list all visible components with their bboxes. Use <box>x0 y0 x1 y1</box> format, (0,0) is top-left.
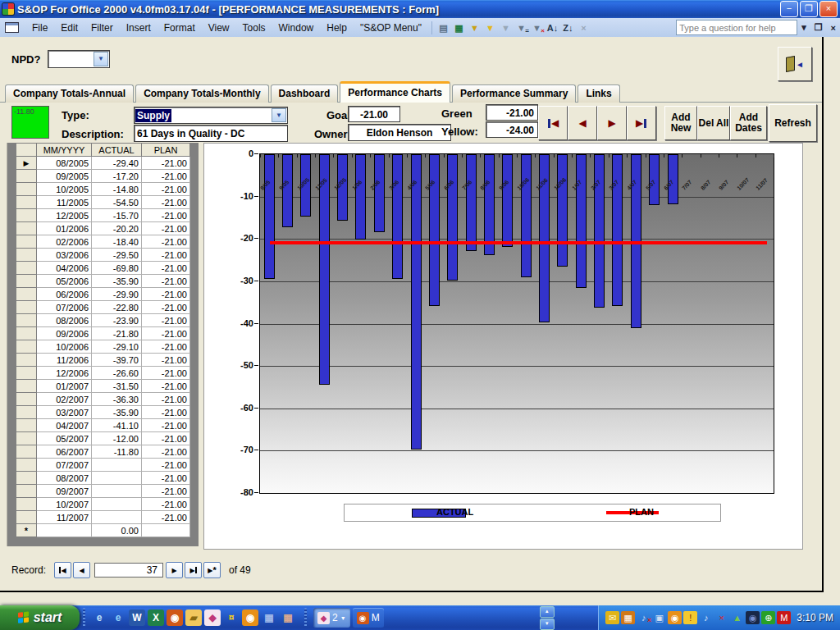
restore-button[interactable]: ❐ <box>800 1 818 17</box>
cell-date[interactable] <box>37 524 92 537</box>
row-selector[interactable] <box>16 183 37 196</box>
cell-actual[interactable]: -69.80 <box>92 262 142 275</box>
first-record-nav-button[interactable]: ◀ <box>538 106 568 140</box>
table-row[interactable]: 09/2005-17.20-21.00 <box>16 170 190 183</box>
cell-date[interactable]: 09/2006 <box>37 327 92 340</box>
tab-links[interactable]: Links <box>578 84 619 103</box>
cell-actual[interactable]: -29.90 <box>92 288 142 301</box>
table-row[interactable]: 11/2006-39.70-21.00 <box>16 354 190 367</box>
cell-plan[interactable]: -21.00 <box>142 249 190 262</box>
volume-muted-icon[interactable]: ♪× <box>637 611 651 624</box>
cell-plan[interactable]: -21.00 <box>142 472 190 485</box>
cell-plan[interactable]: -21.00 <box>142 432 190 445</box>
cell-date[interactable]: 06/2006 <box>37 288 92 301</box>
row-selector[interactable] <box>16 498 37 511</box>
cell-actual[interactable]: -39.70 <box>92 354 142 367</box>
refresh-button[interactable]: Refresh <box>769 104 817 142</box>
chevron-down-icon[interactable]: ▼ <box>94 52 108 66</box>
cell-actual[interactable]: -20.20 <box>92 222 142 235</box>
table-row[interactable]: 06/2006-29.90-21.00 <box>16 288 190 301</box>
cell-date[interactable]: 07/2006 <box>37 301 92 314</box>
menu-file[interactable]: File <box>25 20 54 36</box>
tab-company-totals-annual[interactable]: Company Totals-Annual <box>5 84 134 103</box>
cell-date[interactable]: 08/2007 <box>37 472 92 485</box>
cell-plan[interactable]: -21.00 <box>142 301 190 314</box>
table-row[interactable]: 10/2005-14.80-21.00 <box>16 183 190 196</box>
access-group-button[interactable]: ◆2▼ <box>313 608 350 628</box>
cell-date[interactable]: 03/2007 <box>37 406 92 419</box>
cell-actual[interactable]: -29.40 <box>92 157 142 170</box>
menu-window[interactable]: Window <box>272 20 321 36</box>
row-selector[interactable] <box>16 170 37 183</box>
cell-date[interactable]: 10/2006 <box>37 340 92 354</box>
row-selector[interactable] <box>16 288 37 301</box>
row-selector[interactable] <box>16 472 37 485</box>
cell-date[interactable]: 01/2006 <box>37 222 92 235</box>
cell-plan[interactable]: -21.00 <box>142 445 190 459</box>
cell-date[interactable]: 11/2007 <box>37 511 92 524</box>
excel-icon[interactable]: X <box>148 609 164 626</box>
next-record-button[interactable]: ▶ <box>166 562 183 578</box>
cell-plan[interactable]: -21.00 <box>142 485 190 498</box>
row-selector[interactable]: ▶ <box>16 157 37 170</box>
cell-date[interactable]: 05/2006 <box>37 275 92 288</box>
cell-actual[interactable]: -11.80 <box>92 445 142 459</box>
monitor-icon[interactable]: ◉ <box>746 611 760 624</box>
row-selector[interactable] <box>16 327 37 340</box>
row-selector[interactable] <box>16 380 37 393</box>
row-selector[interactable] <box>16 275 37 288</box>
filter-by-selection-icon[interactable]: ▼ <box>482 21 498 35</box>
table-row[interactable]: ▶08/2005-29.40-21.00 <box>16 157 190 170</box>
cell-actual[interactable]: -17.20 <box>92 170 142 183</box>
filter-icon[interactable]: ▼ <box>498 21 514 35</box>
chevron-down-icon[interactable]: ▼ <box>540 619 555 630</box>
cell-plan[interactable]: -21.00 <box>142 340 190 354</box>
table-row[interactable]: 05/2006-35.90-21.00 <box>16 275 190 288</box>
tab-company-totals-monthly[interactable]: Company Totals-Monthly <box>135 84 268 103</box>
table-row[interactable]: 10/2006-29.10-21.00 <box>16 340 190 354</box>
ie-shortcut-icon[interactable]: e <box>91 609 107 626</box>
cell-date[interactable]: 03/2006 <box>37 249 92 262</box>
del-all-button[interactable]: Del All <box>697 106 730 140</box>
row-selector[interactable] <box>16 445 37 459</box>
type-combo[interactable]: Supply ▼ <box>134 107 288 124</box>
form-view-icon[interactable] <box>5 22 19 33</box>
exit-form-button[interactable]: ◄ <box>778 47 812 81</box>
cell-date[interactable]: 08/2005 <box>37 157 92 170</box>
analyze-excel-icon[interactable]: ▦ <box>451 21 467 35</box>
clock-icon[interactable]: ◉ <box>668 611 682 624</box>
cell-plan[interactable]: -21.00 <box>142 275 190 288</box>
row-selector[interactable] <box>16 406 37 419</box>
cell-actual[interactable] <box>92 472 142 485</box>
row-selector[interactable] <box>16 235 37 249</box>
row-selector[interactable] <box>16 485 37 498</box>
cell-actual[interactable]: -54.50 <box>92 196 142 209</box>
table-row[interactable]: 12/2006-26.60-21.00 <box>16 367 190 380</box>
cell-date[interactable]: 10/2007 <box>37 498 92 511</box>
column-header-plan[interactable]: PLAN <box>142 144 190 157</box>
help-search-input[interactable] <box>676 20 797 35</box>
row-selector[interactable] <box>16 301 37 314</box>
row-selector[interactable] <box>16 354 37 367</box>
menu-view[interactable]: View <box>202 20 236 36</box>
advanced-filter-icon[interactable]: ▼= <box>514 21 529 35</box>
cell-date[interactable]: 09/2005 <box>37 170 92 183</box>
cell-date[interactable]: 02/2006 <box>37 235 92 249</box>
cell-actual[interactable]: -23.90 <box>92 314 142 327</box>
menu-s-op-menu[interactable]: "S&OP Menu" <box>354 20 428 36</box>
column-header-actual[interactable]: ACTUAL <box>92 144 142 157</box>
powerpoint-icon[interactable]: ◉ <box>167 609 183 626</box>
cell-date[interactable]: 01/2007 <box>37 380 92 393</box>
add-new-button[interactable]: Add New <box>664 106 697 140</box>
key-icon[interactable]: ¤ <box>223 609 240 626</box>
sort-ascending-icon[interactable]: A↓ <box>545 21 560 35</box>
npd-combo[interactable]: ▼ <box>48 50 110 68</box>
table-row[interactable]: 09/2006-21.80-21.00 <box>16 327 190 340</box>
cell-actual[interactable] <box>92 498 142 511</box>
table-row[interactable]: 11/2007-21.00 <box>16 511 190 524</box>
row-selector[interactable] <box>16 196 37 209</box>
row-selector[interactable] <box>16 459 37 472</box>
yellow-field[interactable]: -24.00 <box>486 121 538 138</box>
add-dates-button[interactable]: Add Dates <box>730 106 767 140</box>
cell-date[interactable]: 09/2007 <box>37 485 92 498</box>
